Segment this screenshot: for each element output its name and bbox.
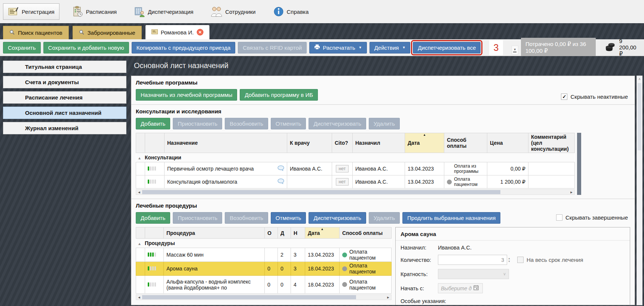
- proc-dispatch-button[interactable]: Диспетчеризовать: [309, 212, 366, 224]
- dispatch-all-button[interactable]: Диспетчеризовать все: [413, 42, 481, 53]
- column-name[interactable]: Процедура: [164, 227, 265, 239]
- comment-bubble-icon[interactable]: [277, 178, 284, 185]
- frequency-select[interactable]: ∨: [438, 269, 509, 279]
- save-and-add-button[interactable]: Сохранить и добавить новую: [43, 42, 129, 53]
- sidebar-item-changelog[interactable]: Журнал изменений: [3, 122, 126, 134]
- sidebar-item-main-prescription-list[interactable]: Основной лист назначений: [3, 107, 126, 119]
- copy-previous-visit-button[interactable]: Копировать с предыдущего приезда: [132, 42, 236, 53]
- table-row[interactable]: Консультация офтальмолога нет Иванова А.…: [136, 175, 575, 189]
- ribbon-item-registration[interactable]: Регистрация: [3, 3, 59, 20]
- ribbon-item-dispatch[interactable]: Диспетчеризация: [129, 4, 198, 19]
- column-price[interactable]: Цена: [487, 133, 528, 153]
- column-selector[interactable]: [136, 227, 145, 239]
- cito-chip[interactable]: нет: [336, 165, 349, 172]
- close-icon[interactable]: ✕: [197, 29, 203, 36]
- scrollbar-thumb[interactable]: [142, 295, 356, 299]
- ribbon-item-staff[interactable]: Сотрудники: [206, 4, 260, 19]
- scroll-left-icon[interactable]: ◄: [136, 296, 142, 299]
- tab-patient-romanova[interactable]: Романова И. ✕: [145, 25, 209, 39]
- ribbon-item-schedules[interactable]: Расписания: [68, 4, 121, 19]
- scroll-up-icon[interactable]: ∧: [638, 76, 641, 81]
- hide-inactive-checkbox[interactable]: ✓ Скрывать неактивные: [561, 94, 628, 100]
- consult-delete-button[interactable]: Удалить: [369, 118, 400, 129]
- rfid-link-button[interactable]: Связать с RFID картой: [238, 42, 307, 53]
- group-row-procedures[interactable]: ▲Процедуры: [136, 239, 392, 248]
- proc-add-button[interactable]: Добавить: [136, 212, 170, 224]
- consultations-h-scrollbar[interactable]: ◄ ►: [136, 189, 575, 195]
- scrollbar-thumb[interactable]: [577, 133, 581, 195]
- spin-down-icon[interactable]: ▼: [508, 260, 510, 263]
- comment-cell: [528, 175, 575, 189]
- tab-booked[interactable]: Забронированные: [73, 26, 142, 39]
- column-d[interactable]: Д: [278, 227, 291, 239]
- column-cito[interactable]: Cito?: [332, 133, 353, 153]
- consult-pause-button[interactable]: Приостановить: [173, 118, 222, 129]
- cito-chip[interactable]: нет: [336, 178, 349, 186]
- collapse-icon[interactable]: ▲: [138, 242, 141, 246]
- group-row-consultations[interactable]: ▲Консультации: [136, 153, 575, 162]
- column-n[interactable]: Н: [291, 227, 305, 239]
- scroll-left-icon[interactable]: ◄: [136, 190, 142, 194]
- comment-bubble-icon[interactable]: [277, 165, 284, 172]
- actions-button[interactable]: Действия ▼: [369, 42, 411, 53]
- assign-from-program-button[interactable]: Назначить из лечебной программы: [136, 89, 237, 101]
- panel-v-scrollbar[interactable]: ∧: [637, 76, 643, 305]
- consult-resume-button[interactable]: Возобновить: [225, 118, 268, 129]
- table-row[interactable]: Альфа-капсула - водный комплекс (ванна й…: [136, 276, 392, 294]
- payment-label: Оплата пациентом: [349, 279, 389, 291]
- add-program-button[interactable]: Добавить программу в ИБ: [240, 89, 318, 101]
- consultations-v-scrollbar[interactable]: [577, 133, 581, 195]
- column-date-sorted[interactable]: ▲Дата: [305, 227, 340, 239]
- full-term-checkbox[interactable]: ✓ На весь срок лечения: [517, 257, 583, 263]
- scrollbar-thumb[interactable]: [638, 83, 641, 150]
- sidebar-item-treatment-schedule[interactable]: Расписание лечения: [3, 91, 126, 104]
- print-button[interactable]: Распечатать ▼: [309, 42, 367, 53]
- column-assigned[interactable]: Назначил: [353, 133, 405, 153]
- save-button[interactable]: Сохранить: [3, 42, 41, 53]
- column-o[interactable]: О: [265, 227, 278, 239]
- quantity-input[interactable]: 3: [438, 255, 507, 265]
- toolbar-overflow-button[interactable]: ▼: [512, 46, 518, 55]
- scroll-right-icon[interactable]: ►: [568, 190, 574, 194]
- price-cell: 1 200,00 ₽: [487, 175, 528, 189]
- status-cell: [145, 162, 165, 175]
- consult-dispatch-button[interactable]: Диспетчеризовать: [309, 118, 366, 129]
- tab-patient-search[interactable]: Поиск пациентов: [3, 26, 69, 39]
- spin-up-icon[interactable]: ▲: [508, 257, 510, 260]
- proc-delete-button[interactable]: Удалить: [369, 212, 400, 224]
- printer-icon: [314, 45, 320, 51]
- table-row[interactable]: Массаж 60 мин 2 3 13.04.2023 Оплата паци…: [136, 248, 392, 262]
- sidebar-item-invoices[interactable]: Счета и документы: [3, 76, 126, 88]
- column-payment[interactable]: Способ оплаты: [340, 227, 392, 239]
- collapse-icon[interactable]: ▲: [138, 156, 141, 160]
- hide-completed-checkbox[interactable]: ✓ Скрывать завершенные: [556, 214, 628, 221]
- column-status[interactable]: [145, 133, 165, 153]
- status-cell: [145, 262, 164, 276]
- column-selector[interactable]: [136, 133, 145, 153]
- column-doctor[interactable]: К врачу: [287, 133, 332, 153]
- consult-add-button[interactable]: Добавить: [136, 118, 170, 129]
- extend-selected-button[interactable]: Продлить выбранные назначения: [402, 212, 500, 224]
- quantity-stepper[interactable]: ▲▼: [508, 257, 510, 263]
- proc-cancel-button[interactable]: Отменить: [271, 212, 306, 224]
- start-date-input[interactable]: Выберите д: [438, 283, 483, 293]
- table-row[interactable]: Первичный осмотр лечащего врача Иванова …: [136, 162, 575, 175]
- column-name[interactable]: Назначение: [165, 133, 287, 153]
- column-status[interactable]: [145, 227, 164, 239]
- consult-cancel-button[interactable]: Отменить: [271, 118, 306, 129]
- page-title: Основной лист назначений: [134, 61, 229, 70]
- patient-tab-strip: Поиск пациентов Забронированные Романова…: [0, 23, 644, 39]
- proc-resume-button[interactable]: Возобновить: [225, 212, 268, 224]
- scroll-right-icon[interactable]: ►: [385, 296, 391, 299]
- row-selector-cell: [136, 162, 145, 175]
- scrollbar-thumb[interactable]: [142, 190, 500, 194]
- column-comment[interactable]: Комментарий (цел консультации): [528, 133, 575, 153]
- column-payment[interactable]: Способ оплаты: [444, 133, 487, 153]
- procedures-h-scrollbar[interactable]: ◄ ►: [136, 294, 392, 300]
- proc-pause-button[interactable]: Приостановить: [173, 212, 222, 224]
- checkbox-unchecked-icon: ✓: [556, 214, 562, 221]
- column-date-sorted[interactable]: ▲Дата: [405, 133, 444, 153]
- ribbon-item-help[interactable]: Справка: [269, 4, 313, 19]
- table-row-selected[interactable]: Арома сауна 0 0 3 18.04.2023 Оплата паци…: [136, 262, 392, 276]
- sidebar-item-title-page[interactable]: Титульная страница: [3, 61, 126, 73]
